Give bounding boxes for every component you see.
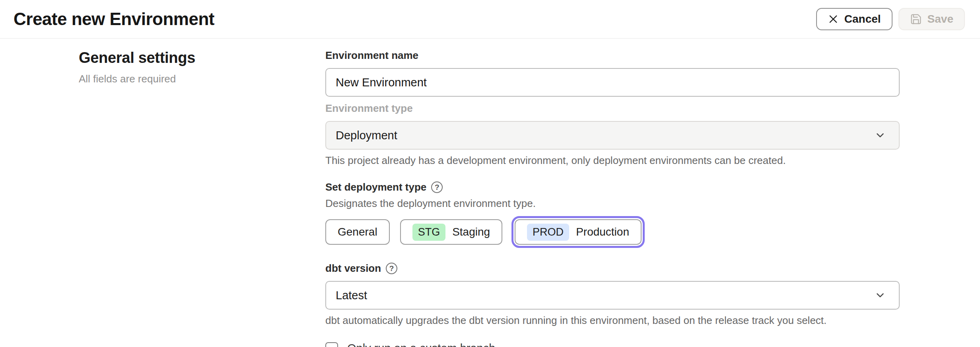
deployment-type-options: General STG Staging PROD Production: [325, 219, 900, 245]
cancel-button-label: Cancel: [844, 13, 881, 25]
dbt-version-label: dbt version ?: [325, 262, 900, 275]
deployment-type-label-text: Set deployment type: [325, 181, 426, 193]
deployment-type-option-staging[interactable]: STG Staging: [400, 219, 502, 245]
close-icon: [828, 14, 839, 25]
save-disk-icon: [910, 13, 922, 25]
dbt-version-helper: dbt automatically upgrades the dbt versi…: [325, 314, 900, 327]
environment-form: Environment name Environment type Deploy…: [325, 49, 900, 347]
custom-branch-checkbox[interactable]: [325, 342, 338, 347]
production-badge: PROD: [527, 224, 569, 241]
save-button-label: Save: [928, 13, 953, 25]
page-header: Create new Environment Cancel Save: [0, 0, 980, 39]
page-title: Create new Environment: [14, 9, 214, 29]
chevron-down-icon: [874, 129, 886, 141]
deployment-type-option-label: Staging: [452, 226, 490, 238]
deployment-type-option-general[interactable]: General: [325, 219, 390, 245]
section-title: General settings: [79, 49, 325, 66]
header-actions: Cancel Save: [816, 8, 965, 30]
section-subtitle: All fields are required: [79, 73, 325, 85]
dbt-version-value: Latest: [336, 289, 367, 302]
environment-name-input[interactable]: [325, 68, 900, 97]
deployment-type-label: Set deployment type ?: [325, 181, 900, 193]
content: General settings All fields are required…: [0, 39, 980, 347]
dbt-version-select[interactable]: Latest: [325, 281, 900, 310]
environment-type-helper: This project already has a development e…: [325, 154, 900, 167]
environment-type-value: Deployment: [336, 129, 397, 142]
staging-badge: STG: [412, 224, 446, 241]
dbt-version-label-text: dbt version: [325, 262, 381, 275]
deployment-type-option-production[interactable]: PROD Production: [515, 219, 642, 245]
cancel-button[interactable]: Cancel: [816, 8, 892, 30]
chevron-down-icon: [874, 289, 886, 301]
section-intro: General settings All fields are required: [79, 49, 325, 347]
deployment-type-option-label: General: [338, 226, 377, 238]
environment-type-select[interactable]: Deployment: [325, 121, 900, 150]
deployment-type-helper: Designates the deployment environment ty…: [325, 197, 900, 210]
help-question-icon[interactable]: ?: [431, 181, 443, 193]
help-question-icon[interactable]: ?: [386, 263, 397, 274]
deployment-type-option-label: Production: [576, 226, 629, 238]
environment-type-label: Environment type: [325, 102, 900, 115]
custom-branch-label[interactable]: Only run on a custom branch: [347, 342, 495, 347]
save-button[interactable]: Save: [898, 8, 965, 30]
custom-branch-row: Only run on a custom branch: [325, 342, 900, 347]
environment-name-label: Environment name: [325, 49, 900, 62]
